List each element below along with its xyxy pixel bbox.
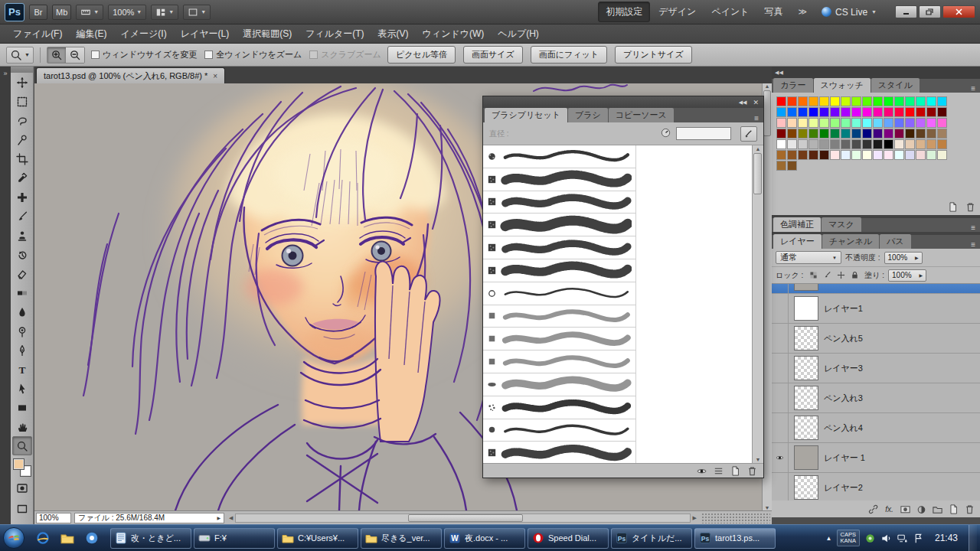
swatch[interactable] [873,107,883,117]
swatch[interactable] [926,129,936,139]
swatch[interactable] [808,139,818,149]
scroll-up-icon[interactable]: ▲ [756,146,761,152]
brush-preset-row[interactable] [483,214,636,236]
swatch[interactable] [894,107,904,117]
swatch[interactable] [841,107,851,117]
lock-position-button[interactable] [835,269,847,282]
layers-group-tab[interactable]: チャンネル [822,234,879,249]
swatch[interactable] [787,150,797,160]
swatch[interactable] [819,96,829,106]
network-icon[interactable] [897,533,908,544]
delete-swatch-button[interactable] [964,201,977,213]
resize-grip[interactable] [701,513,770,523]
swatch[interactable] [862,150,872,160]
swatch[interactable] [905,107,915,117]
brush-preset-row[interactable] [483,442,636,463]
swatch[interactable] [787,107,797,117]
taskbar-button[interactable]: Speed Dial... [528,528,609,549]
scroll-up-icon[interactable]: ▲ [765,83,770,89]
swatch[interactable] [830,150,840,160]
layer-row[interactable]: レイヤー2 [772,473,980,500]
swatch[interactable] [862,107,872,117]
status-info-menu-icon[interactable]: ▶ [217,515,220,520]
layer-thumbnail[interactable] [794,296,818,321]
dodge-tool[interactable] [12,321,32,341]
scroll-right-icon[interactable]: ▶ [691,515,698,521]
brush-preset-row[interactable] [483,373,636,396]
taskbar-button[interactable]: 改・ときど... [110,528,191,549]
swatch[interactable] [873,96,883,106]
mini-bridge-button[interactable]: Mb [52,5,71,20]
swatch[interactable] [905,150,915,160]
workspace-3[interactable]: ペイント [704,2,756,21]
scroll-down-icon[interactable]: ▼ [756,457,761,462]
layer-thumbnail[interactable] [794,356,818,380]
pen-tool[interactable] [12,341,32,360]
swatch[interactable] [894,150,904,160]
history-tool[interactable] [12,245,32,264]
panel-menu-icon[interactable]: ≡ [751,114,762,122]
swatch[interactable] [916,139,926,149]
swatch[interactable] [905,118,915,128]
swatch[interactable] [830,129,840,139]
swatch[interactable] [851,129,861,139]
close-button[interactable] [942,5,975,18]
swatch[interactable] [862,129,872,139]
layer-visibility-toggle[interactable] [772,383,789,412]
layer-visibility-toggle[interactable] [772,284,789,293]
workspace-4[interactable]: 写真 [758,2,790,21]
swatch[interactable] [798,150,808,160]
swatch[interactable] [808,150,818,160]
new-swatch-button[interactable] [946,201,959,213]
workspace-overflow-button[interactable]: ≫ [795,7,812,17]
adjustment-layer-button[interactable] [915,503,928,515]
swatch[interactable] [819,129,829,139]
brush-panel-tab[interactable]: コピーソース [609,108,674,122]
zoom-level-dropdown[interactable]: 100% ▼ [108,5,146,20]
blend-mode-select[interactable]: 通常 ▼ [776,251,841,264]
tool-preset-picker[interactable]: ▼ [6,47,34,64]
layer-visibility-toggle[interactable] [772,473,789,500]
taskbar-button[interactable]: F:¥ [194,528,275,549]
shape-tool[interactable] [12,398,32,417]
swatch[interactable] [798,107,808,117]
swatch[interactable] [841,150,851,160]
taskbar-button[interactable]: Pstarot13.ps... [694,528,776,549]
swatch[interactable] [884,96,893,106]
swatch[interactable] [776,129,786,139]
new-group-button[interactable] [931,503,944,515]
swatch[interactable] [937,96,947,106]
ime-indicator[interactable]: CAPS KANA [837,530,860,546]
panel-collapse-icon[interactable]: ◀◀ [739,99,747,106]
swatch[interactable] [787,129,797,139]
quick-select-tool[interactable] [12,130,32,149]
bridge-button[interactable]: Br [29,5,47,20]
swatch[interactable] [916,118,926,128]
swatch[interactable] [884,107,893,117]
swatch[interactable] [926,118,936,128]
swatch[interactable] [787,161,797,171]
open-preset-manager-button[interactable] [712,465,725,477]
swatch[interactable] [841,96,851,106]
color-chips[interactable] [13,458,31,477]
swatch[interactable] [819,107,829,117]
cs-live-button[interactable]: CS Live ▼ [815,5,883,19]
swatch[interactable] [884,129,893,139]
document-tab[interactable]: tarot13.psd @ 100% (ペン入れ6, RGB/8#) * × [36,67,225,83]
layer-thumbnail[interactable] [794,475,818,500]
toolbar-grip[interactable] [11,67,33,73]
status-zoom[interactable]: 100% [36,513,71,523]
brush-preset-row[interactable] [483,191,636,214]
swatch[interactable] [894,96,904,106]
zoom-action-button-3[interactable]: 画面にフィット [531,46,607,64]
swatch[interactable] [841,118,851,128]
stamp-tool[interactable] [12,226,32,245]
menu-item-4[interactable]: レイヤー(L) [174,24,237,44]
panel-menu-icon[interactable]: ≡ [968,223,978,232]
gradient-tool[interactable] [12,283,32,302]
restore-button[interactable] [919,5,941,18]
brush-panel-tab[interactable]: ブラシプリセット [485,108,567,122]
swatch[interactable] [851,96,861,106]
diameter-dial[interactable] [660,127,671,140]
swatch[interactable] [873,150,883,160]
